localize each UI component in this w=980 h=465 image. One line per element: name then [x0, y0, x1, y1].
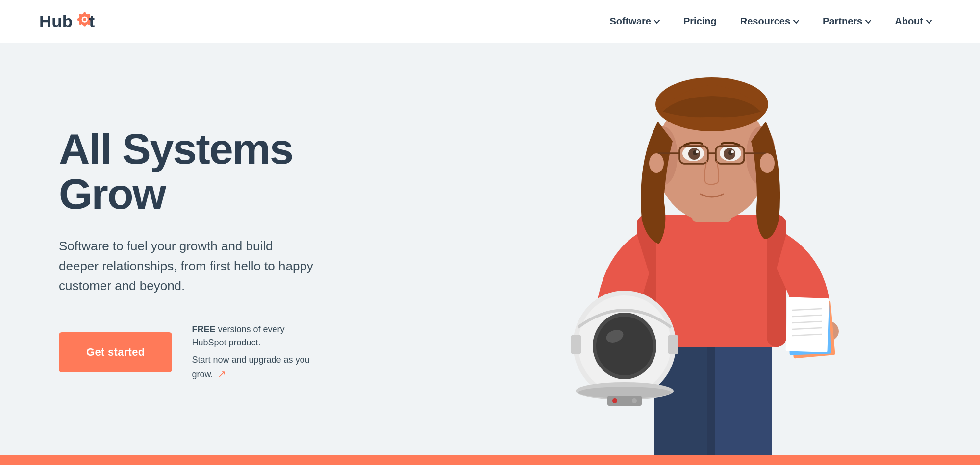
- svg-rect-16: [707, 337, 715, 465]
- nav-label-pricing: Pricing: [683, 16, 717, 27]
- free-label: FREE: [192, 324, 215, 334]
- cta-meta: FREE versions of every HubSpot product. …: [192, 323, 314, 381]
- cta-row: Get started FREE versions of every HubSp…: [59, 323, 314, 381]
- navbar: Hub t Software: [0, 0, 980, 43]
- svg-point-30: [612, 398, 617, 403]
- svg-text:t: t: [89, 12, 95, 31]
- svg-text:Hub: Hub: [39, 12, 73, 31]
- svg-point-25: [596, 317, 653, 375]
- chevron-down-icon-about: [926, 20, 932, 24]
- svg-point-3: [83, 18, 86, 21]
- nav-item-pricing[interactable]: Pricing: [675, 12, 726, 31]
- svg-rect-55: [679, 146, 708, 164]
- get-started-button[interactable]: Get started: [59, 332, 172, 372]
- nav-label-resources: Resources: [740, 16, 790, 27]
- svg-rect-56: [716, 146, 744, 164]
- chevron-down-icon-partners: [865, 20, 871, 24]
- svg-point-31: [632, 398, 637, 403]
- svg-rect-36: [786, 297, 829, 352]
- nav-label-partners: Partners: [823, 16, 862, 27]
- chevron-down-icon-software: [654, 20, 660, 24]
- hero-section: All Systems Grow Software to fuel your g…: [0, 43, 980, 465]
- hero-subtitle: Software to fuel your growth and build d…: [59, 236, 314, 295]
- svg-point-4: [83, 12, 86, 14]
- upgrade-label: Start now and upgrade as you grow.: [192, 355, 309, 379]
- nav-links: Software Pricing Resources Partners Abou…: [601, 12, 941, 31]
- trending-up-icon: ↗: [218, 367, 226, 381]
- person-illustration: [539, 63, 882, 465]
- svg-point-60: [649, 153, 664, 173]
- hero-content: All Systems Grow Software to fuel your g…: [0, 87, 373, 421]
- chevron-down-icon-resources: [793, 20, 799, 24]
- hubspot-logo-svg: Hub t: [39, 11, 117, 32]
- svg-rect-15: [715, 337, 772, 465]
- hero-image-area: [441, 43, 980, 465]
- bottom-orange-strip: [0, 455, 980, 465]
- nav-item-resources[interactable]: Resources: [731, 12, 808, 31]
- svg-point-11: [79, 22, 81, 24]
- nav-item-software[interactable]: Software: [601, 12, 669, 31]
- nav-item-partners[interactable]: Partners: [814, 12, 880, 31]
- svg-rect-32: [571, 335, 581, 354]
- svg-point-61: [760, 153, 775, 173]
- svg-rect-33: [668, 335, 678, 354]
- svg-point-6: [77, 18, 80, 21]
- svg-point-8: [79, 14, 81, 16]
- person-figure: [539, 63, 882, 465]
- free-versions-text: FREE versions of every HubSpot product.: [192, 323, 314, 349]
- svg-point-5: [83, 24, 86, 26]
- nav-label-software: Software: [610, 16, 651, 27]
- nav-label-about: About: [895, 16, 923, 27]
- logo[interactable]: Hub t: [39, 11, 117, 32]
- nav-item-about[interactable]: About: [886, 12, 941, 31]
- hero-title: All Systems Grow: [59, 126, 314, 217]
- upgrade-text: Start now and upgrade as you grow. ↗: [192, 353, 314, 381]
